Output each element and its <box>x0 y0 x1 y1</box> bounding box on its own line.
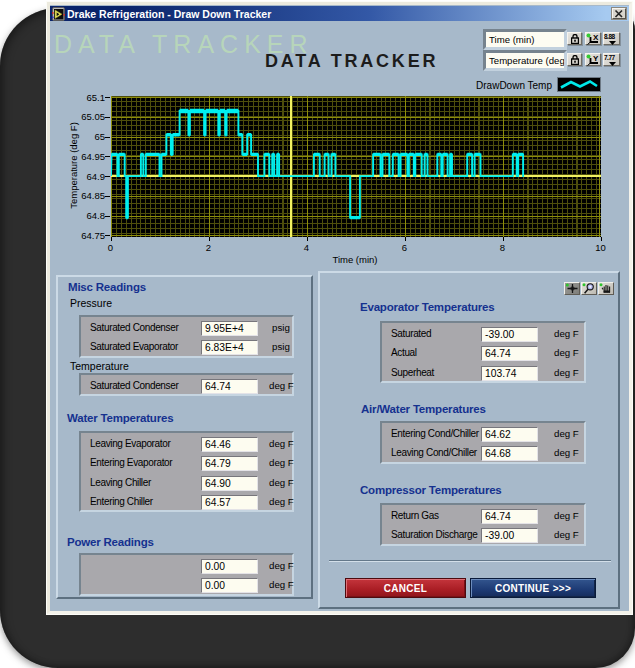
svg-text:Y: Y <box>593 54 599 63</box>
svg-text:X: X <box>593 33 599 42</box>
